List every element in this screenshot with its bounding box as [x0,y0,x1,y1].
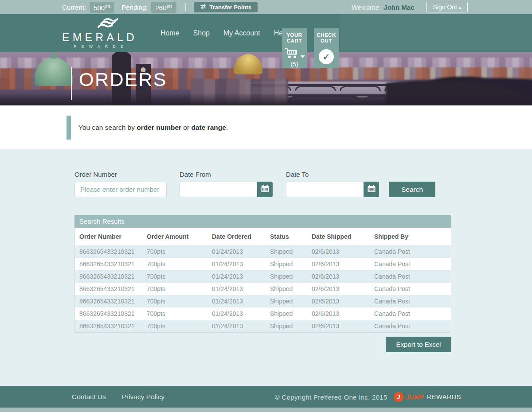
date-to-calendar-button[interactable] [364,182,379,197]
table-cell: 01/24/2013 [212,258,270,270]
table-cell: Canada Post [374,245,452,258]
column-header: Order Amount [147,228,212,245]
hero-gold-dome-decor [234,54,262,74]
table-cell: Shipped [270,295,312,307]
jump-logo-icon: J [394,392,403,402]
export-row: Export to Excel [74,337,451,352]
jump-logo-word: JUMP [406,393,424,400]
table-cell: Shipped [270,258,312,270]
table-row: 8663265433210321700pts01/24/2013Shipped0… [75,270,451,283]
orders-page: Current: 500pts Pending: 260pts Transfer… [0,0,532,412]
order-number-label: Order Number [74,171,167,178]
table-cell: 8663265433210321 [75,270,147,283]
jump-rewards-word: REWARDS [427,393,461,400]
table-cell: Canada Post [374,258,452,270]
results-panel-title: Search Results [74,215,451,228]
navbar-right-panel [340,14,532,50]
table-cell: 700pts [147,295,212,307]
table-cell: 700pts [147,270,212,283]
current-points-badge: 500pts [90,2,114,13]
table-cell: Shipped [270,307,312,320]
table-row: 8663265433210321700pts01/24/2013Shipped0… [75,307,451,320]
intro-text: You can search by order number or date r… [78,124,228,132]
table-cell: 01/24/2013 [212,307,270,320]
table-cell: Canada Post [374,270,452,283]
main-navbar: EMERALD REWARDS HomeShopMy AccountHelp Y… [0,14,532,52]
table-cell: 8663265433210321 [75,307,147,320]
table-row: 8663265433210321700pts01/24/2013Shipped0… [75,320,451,332]
table-row: 8663265433210321700pts01/24/2013Shipped0… [75,258,451,270]
table-cell: 700pts [147,320,212,332]
jump-rewards-logo: J JUMPREWARDS [394,392,461,402]
column-header: Shipped By [374,228,452,245]
search-form: Order Number Date From [74,171,532,197]
footer: Contact UsPrivacy Policy © Copyright Pre… [0,386,532,408]
table-cell: 01/24/2013 [212,283,270,295]
content-area: Order Number Date From [0,149,532,386]
hero-banner: ORDERS [0,52,532,105]
cart-count: (5) [290,61,298,68]
export-to-excel-button[interactable]: Export to Excel [386,337,451,352]
topbar-divider [185,3,186,11]
brand-logo[interactable]: EMERALD REWARDS [62,18,137,49]
session-area: Welcome: John Mac Sign Out▸ [352,2,468,12]
table-row: 8663265433210321700pts01/24/2013Shipped0… [75,283,451,295]
brand-subtitle: REWARDS [74,44,128,49]
table-cell: Canada Post [374,307,452,320]
search-results-panel: Search Results Order NumberOrder AmountD… [74,215,451,333]
points-topbar: Current: 500pts Pending: 260pts Transfer… [0,0,532,14]
column-header: Date Ordered [212,228,270,245]
date-to-field-group: Date To [286,171,379,197]
table-row: 8663265433210321700pts01/24/2013Shipped0… [75,295,451,307]
checkout-button[interactable]: CHECKOUT ✓ [314,28,339,68]
results-table-body: 8663265433210321700pts01/24/2013Shipped0… [75,245,451,332]
table-cell: Canada Post [374,295,452,307]
column-header: Order Number [75,228,147,245]
nav-item-my-account[interactable]: My Account [223,29,260,37]
column-header: Status [270,228,312,245]
column-header: Date Shipped [312,228,374,245]
cart-icon [284,47,305,59]
cart-label: YOURCART [286,32,302,44]
table-cell: 01/24/2013 [212,245,270,258]
pending-points-badge: 260pts [151,2,176,13]
pending-points-label: Pending: [121,4,148,11]
nav-menu: HomeShopMy AccountHelp [160,29,289,37]
table-cell: Shipped [270,270,312,283]
table-cell: 01/24/2013 [212,270,270,283]
footer-link-contact-us[interactable]: Contact Us [72,393,106,401]
order-number-input[interactable] [74,182,167,197]
cart-caret-icon [301,55,305,58]
search-button[interactable]: Search [389,182,435,197]
intro-accent-bar [66,116,71,140]
table-cell: 02/6/2013 [312,283,374,295]
date-to-label: Date To [286,171,379,178]
table-cell: 02/6/2013 [312,258,374,270]
table-cell: Shipped [270,283,312,295]
table-cell: 700pts [147,245,212,258]
table-cell: 700pts [147,283,212,295]
table-cell: 8663265433210321 [75,283,147,295]
date-from-calendar-button[interactable] [257,182,273,197]
calendar-icon [368,185,376,194]
hero-ground-decor [0,93,532,105]
intro-section: You can search by order number or date r… [0,105,532,149]
welcome-label: Welcome: [352,4,381,11]
copyright-text: © Copyright Preffered One Inc. 2015 [275,393,387,401]
nav-item-shop[interactable]: Shop [193,29,210,37]
your-cart-button[interactable]: YOURCART (5) [282,28,307,68]
calendar-icon [261,185,269,194]
order-number-field-group: Order Number [74,171,167,197]
nav-item-home[interactable]: Home [160,29,180,37]
hero-title-accent-bar [71,67,72,100]
transfer-points-button[interactable]: Transfer Points [194,2,258,12]
points-summary: Current: 500pts Pending: 260pts Transfer… [62,2,258,13]
footer-link-privacy-policy[interactable]: Privacy Policy [122,393,164,401]
transfer-arrows-icon [200,4,207,11]
footer-links: Contact UsPrivacy Policy [72,393,164,401]
page-title: ORDERS [79,69,167,90]
results-table: Order NumberOrder AmountDate OrderedStat… [74,228,451,333]
sign-out-button[interactable]: Sign Out▸ [426,2,468,12]
table-cell: 02/6/2013 [312,245,374,258]
table-cell: 8663265433210321 [75,295,147,307]
